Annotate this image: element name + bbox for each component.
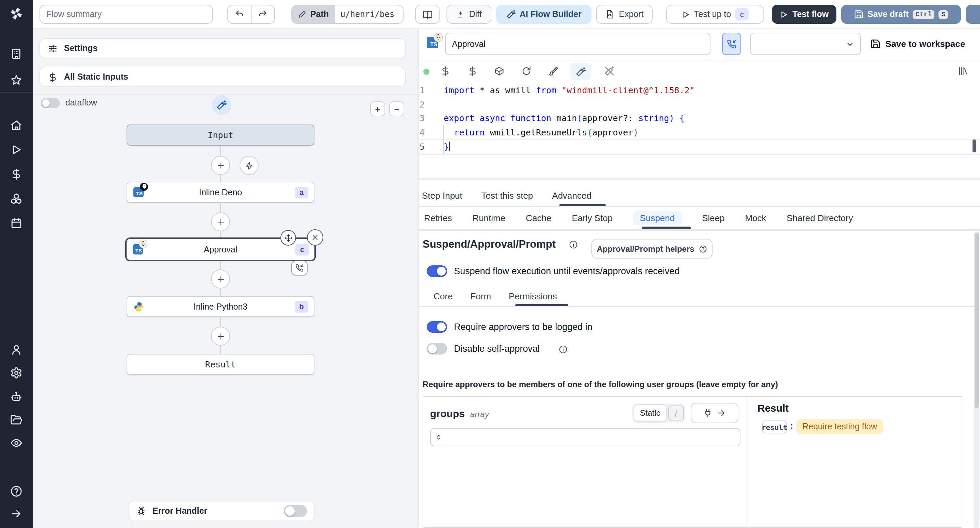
flow-node-inline-python3[interactable]: Inline Python3 b bbox=[127, 296, 314, 317]
ai-flow-builder-button[interactable]: AI Flow Builder bbox=[496, 5, 592, 24]
code-editor[interactable]: 1import * as wmill from "windmill-client… bbox=[419, 81, 980, 180]
diff-button[interactable]: Diff bbox=[447, 5, 492, 24]
test-flow-button[interactable]: Test flow bbox=[772, 5, 837, 24]
play-icon bbox=[780, 10, 788, 19]
flow-node-result[interactable]: Result bbox=[127, 354, 314, 375]
docs-button[interactable] bbox=[415, 5, 440, 24]
suspend-execution-toggle[interactable] bbox=[427, 266, 447, 277]
tab-form[interactable]: Form bbox=[470, 291, 491, 301]
add-step-button-3[interactable] bbox=[211, 269, 230, 288]
users-icon[interactable] bbox=[10, 344, 22, 356]
workspace-icon[interactable] bbox=[10, 48, 22, 60]
folders-icon[interactable] bbox=[10, 414, 22, 426]
python-icon bbox=[134, 301, 144, 312]
flow-node-inline-deno[interactable]: TS Inline Deno a bbox=[127, 182, 314, 203]
ai-flow-builder-label: AI Flow Builder bbox=[520, 10, 582, 19]
redo-icon[interactable] bbox=[252, 5, 274, 23]
code-line-1[interactable]: 1import * as wmill from "windmill-client… bbox=[419, 84, 980, 98]
workers-bot-icon[interactable] bbox=[10, 391, 22, 403]
trigger-zap-button[interactable] bbox=[240, 156, 259, 175]
favorites-star-icon[interactable] bbox=[10, 74, 22, 86]
path-field[interactable]: Path u/henri/bes bbox=[291, 5, 404, 24]
dataflow-toggle[interactable] bbox=[41, 98, 60, 108]
help-icon[interactable] bbox=[10, 485, 22, 498]
package-icon[interactable] bbox=[494, 66, 504, 76]
format-brush-icon[interactable] bbox=[548, 66, 558, 76]
advanced-subtabs: Retries Runtime Cache Early Stop Suspend… bbox=[424, 208, 853, 229]
code-line-2[interactable]: 2 bbox=[419, 98, 980, 111]
expand-arrow-icon[interactable] bbox=[10, 507, 22, 520]
save-draft-button[interactable]: Save draft Ctrl S bbox=[841, 5, 961, 24]
tab-advanced[interactable]: Advanced bbox=[552, 191, 592, 201]
all-static-inputs-bar[interactable]: All Static Inputs bbox=[40, 67, 406, 87]
code-line-5[interactable]: 5} bbox=[419, 140, 980, 155]
info-icon[interactable] bbox=[559, 345, 568, 354]
tab-suspend[interactable]: Suspend bbox=[633, 211, 682, 225]
error-handler-bar[interactable]: Error Handler bbox=[128, 501, 315, 521]
tab-mock[interactable]: Mock bbox=[745, 213, 766, 223]
tab-core[interactable]: Core bbox=[434, 291, 453, 301]
tab-step-input[interactable]: Step Input bbox=[422, 191, 463, 201]
approval-phone-incoming-badge[interactable] bbox=[291, 261, 308, 275]
settings-gear-icon[interactable] bbox=[10, 367, 22, 379]
home-icon[interactable] bbox=[10, 119, 22, 131]
groups-array-input[interactable] bbox=[430, 428, 740, 446]
disable-self-approval-toggle[interactable] bbox=[427, 343, 447, 355]
runs-play-icon[interactable] bbox=[10, 143, 22, 156]
windmill-logo[interactable] bbox=[9, 6, 24, 21]
step-name-input[interactable] bbox=[445, 33, 711, 55]
flow-summary-input[interactable] bbox=[40, 5, 213, 24]
resources-boxes-icon[interactable] bbox=[10, 192, 22, 205]
undo-icon[interactable] bbox=[228, 5, 252, 23]
info-icon[interactable] bbox=[569, 240, 578, 249]
add-step-button-1[interactable] bbox=[211, 156, 230, 175]
library-icon[interactable] bbox=[958, 66, 968, 76]
flow-settings-bar[interactable]: Settings bbox=[40, 38, 406, 59]
ai-generate-wand-icon[interactable] bbox=[570, 63, 591, 80]
zoom-in-button[interactable]: + bbox=[370, 102, 385, 116]
tab-permissions[interactable]: Permissions bbox=[509, 291, 557, 301]
test-up-to-button[interactable]: Test up to c bbox=[666, 5, 764, 24]
static-toggle-button[interactable]: Static bbox=[633, 404, 667, 422]
export-label: Export bbox=[619, 10, 643, 19]
tab-early-stop[interactable]: Early Stop bbox=[572, 213, 612, 223]
editor-scrollbar-thumb[interactable] bbox=[972, 140, 976, 153]
panel-scrollbar-thumb[interactable] bbox=[974, 233, 979, 408]
connect-input-button[interactable] bbox=[691, 403, 738, 423]
function-toggle-icon[interactable]: ƒ bbox=[668, 406, 684, 420]
tab-test-this-step[interactable]: Test this step bbox=[482, 191, 533, 201]
tab-runtime[interactable]: Runtime bbox=[472, 213, 505, 223]
approval-prompt-helpers-button[interactable]: Approval/Prompt helpers bbox=[592, 239, 713, 259]
ai-disabled-wand-off-icon[interactable] bbox=[605, 66, 614, 76]
script-version-select[interactable] bbox=[750, 33, 861, 55]
variables-dollar-icon[interactable] bbox=[10, 168, 22, 180]
resource-picker-icon[interactable] bbox=[468, 66, 478, 76]
tab-retries[interactable]: Retries bbox=[424, 213, 452, 223]
add-step-button-4[interactable] bbox=[211, 327, 230, 346]
flow-node-input[interactable]: Input bbox=[127, 124, 314, 146]
tab-cache[interactable]: Cache bbox=[526, 213, 551, 223]
tab-shared-directory[interactable]: Shared Directory bbox=[787, 213, 853, 223]
top-toolbar: Path u/henri/bes Diff AI Flow Builder Ex… bbox=[33, 0, 980, 29]
error-handler-toggle[interactable] bbox=[284, 505, 307, 517]
step-lang-icons: TS bbox=[427, 37, 443, 50]
add-step-button-2[interactable] bbox=[211, 212, 230, 231]
ai-graph-wand-button[interactable] bbox=[212, 95, 231, 115]
move-step-button[interactable] bbox=[280, 230, 296, 246]
header-divider bbox=[419, 60, 980, 61]
variable-picker-icon[interactable] bbox=[440, 66, 450, 76]
tab-sleep[interactable]: Sleep bbox=[702, 213, 725, 223]
export-button[interactable]: Export bbox=[596, 5, 653, 24]
schedules-cal endar-icon[interactable] bbox=[10, 217, 22, 229]
panel-scrollbar-track[interactable] bbox=[974, 231, 979, 528]
save-to-workspace-button[interactable]: Save to workspace bbox=[870, 33, 966, 55]
code-line-4[interactable]: 4 return wmill.getResumeUrls(approver) bbox=[419, 126, 980, 140]
code-line-3[interactable]: 3export async function main(approver?: s… bbox=[419, 111, 980, 126]
suspend-phone-toggle-button[interactable] bbox=[722, 33, 741, 55]
delete-step-button[interactable] bbox=[307, 229, 323, 246]
zoom-out-button[interactable]: − bbox=[389, 102, 404, 116]
deploy-button-clipped[interactable] bbox=[966, 5, 980, 24]
require-login-toggle[interactable] bbox=[427, 321, 447, 333]
reload-icon[interactable] bbox=[521, 66, 531, 76]
audit-eye-icon[interactable] bbox=[10, 437, 22, 449]
